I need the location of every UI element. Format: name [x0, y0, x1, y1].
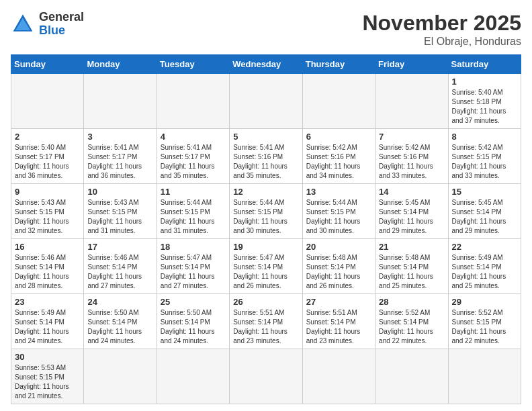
- day-number: 11: [161, 187, 226, 197]
- calendar-row-3: 9Sunrise: 5:43 AM Sunset: 5:15 PM Daylig…: [11, 184, 521, 239]
- weekday-header-thursday: Thursday: [302, 55, 375, 74]
- calendar-cell: 6Sunrise: 5:42 AM Sunset: 5:16 PM Daylig…: [302, 129, 375, 184]
- calendar-cell: [84, 349, 157, 404]
- day-number: 30: [15, 352, 80, 362]
- weekday-header-saturday: Saturday: [448, 55, 521, 74]
- day-info: Sunrise: 5:42 AM Sunset: 5:15 PM Dayligh…: [452, 143, 517, 181]
- day-info: Sunrise: 5:40 AM Sunset: 5:18 PM Dayligh…: [452, 88, 517, 126]
- day-number: 9: [15, 187, 80, 197]
- day-info: Sunrise: 5:46 AM Sunset: 5:14 PM Dayligh…: [87, 253, 152, 291]
- day-info: Sunrise: 5:41 AM Sunset: 5:16 PM Dayligh…: [233, 143, 298, 181]
- day-number: 15: [452, 187, 517, 197]
- logo-icon: [11, 12, 35, 36]
- calendar-cell: [375, 74, 448, 129]
- weekday-header-row: SundayMondayTuesdayWednesdayThursdayFrid…: [11, 55, 521, 74]
- day-info: Sunrise: 5:50 AM Sunset: 5:14 PM Dayligh…: [87, 308, 152, 346]
- calendar-row-5: 23Sunrise: 5:49 AM Sunset: 5:14 PM Dayli…: [11, 294, 521, 349]
- day-number: 19: [233, 242, 298, 252]
- day-info: Sunrise: 5:52 AM Sunset: 5:15 PM Dayligh…: [452, 308, 517, 346]
- calendar-cell: 26Sunrise: 5:51 AM Sunset: 5:14 PM Dayli…: [230, 294, 302, 349]
- day-number: 10: [87, 187, 152, 197]
- calendar-cell: [11, 74, 84, 129]
- day-number: 23: [15, 297, 80, 307]
- day-info: Sunrise: 5:41 AM Sunset: 5:17 PM Dayligh…: [87, 143, 152, 181]
- calendar-cell: 10Sunrise: 5:43 AM Sunset: 5:15 PM Dayli…: [84, 184, 157, 239]
- calendar-table: SundayMondayTuesdayWednesdayThursdayFrid…: [11, 54, 521, 404]
- day-number: 17: [87, 242, 152, 252]
- day-number: 3: [87, 132, 152, 142]
- calendar-cell: 23Sunrise: 5:49 AM Sunset: 5:14 PM Dayli…: [11, 294, 84, 349]
- calendar-cell: 19Sunrise: 5:47 AM Sunset: 5:14 PM Dayli…: [230, 239, 302, 294]
- day-number: 28: [379, 297, 444, 307]
- month-title: November 2025: [362, 11, 521, 36]
- day-info: Sunrise: 5:42 AM Sunset: 5:16 PM Dayligh…: [379, 143, 444, 181]
- calendar-cell: 2Sunrise: 5:40 AM Sunset: 5:17 PM Daylig…: [11, 129, 84, 184]
- day-info: Sunrise: 5:50 AM Sunset: 5:14 PM Dayligh…: [161, 308, 226, 346]
- day-number: 12: [233, 187, 298, 197]
- day-info: Sunrise: 5:52 AM Sunset: 5:14 PM Dayligh…: [379, 308, 444, 346]
- calendar-cell: 17Sunrise: 5:46 AM Sunset: 5:14 PM Dayli…: [84, 239, 157, 294]
- calendar-cell: [448, 349, 521, 404]
- day-number: 29: [452, 297, 517, 307]
- calendar-cell: 13Sunrise: 5:44 AM Sunset: 5:15 PM Dayli…: [302, 184, 375, 239]
- day-info: Sunrise: 5:46 AM Sunset: 5:14 PM Dayligh…: [15, 253, 80, 291]
- day-number: 1: [452, 77, 517, 87]
- day-number: 18: [161, 242, 226, 252]
- calendar-cell: 12Sunrise: 5:44 AM Sunset: 5:15 PM Dayli…: [230, 184, 302, 239]
- day-number: 25: [161, 297, 226, 307]
- logo-text: GeneralBlue: [39, 11, 84, 38]
- page-header: GeneralBlue November 2025 El Obraje, Hon…: [11, 11, 521, 48]
- day-info: Sunrise: 5:43 AM Sunset: 5:15 PM Dayligh…: [87, 198, 152, 236]
- day-info: Sunrise: 5:48 AM Sunset: 5:14 PM Dayligh…: [379, 253, 444, 291]
- day-number: 27: [306, 297, 371, 307]
- day-number: 22: [452, 242, 517, 252]
- calendar-cell: 18Sunrise: 5:47 AM Sunset: 5:14 PM Dayli…: [157, 239, 229, 294]
- day-info: Sunrise: 5:44 AM Sunset: 5:15 PM Dayligh…: [233, 198, 298, 236]
- location: El Obraje, Honduras: [362, 36, 521, 48]
- calendar-cell: 24Sunrise: 5:50 AM Sunset: 5:14 PM Dayli…: [84, 294, 157, 349]
- calendar-row-4: 16Sunrise: 5:46 AM Sunset: 5:14 PM Dayli…: [11, 239, 521, 294]
- day-info: Sunrise: 5:47 AM Sunset: 5:14 PM Dayligh…: [233, 253, 298, 291]
- weekday-header-sunday: Sunday: [11, 55, 84, 74]
- calendar-row-2: 2Sunrise: 5:40 AM Sunset: 5:17 PM Daylig…: [11, 129, 521, 184]
- calendar-cell: [375, 349, 448, 404]
- day-info: Sunrise: 5:53 AM Sunset: 5:15 PM Dayligh…: [15, 363, 80, 401]
- day-number: 20: [306, 242, 371, 252]
- day-info: Sunrise: 5:51 AM Sunset: 5:14 PM Dayligh…: [306, 308, 371, 346]
- calendar-cell: 27Sunrise: 5:51 AM Sunset: 5:14 PM Dayli…: [302, 294, 375, 349]
- calendar-cell: 29Sunrise: 5:52 AM Sunset: 5:15 PM Dayli…: [448, 294, 521, 349]
- logo: GeneralBlue: [11, 11, 84, 38]
- calendar-cell: [157, 74, 229, 129]
- day-info: Sunrise: 5:47 AM Sunset: 5:14 PM Dayligh…: [161, 253, 226, 291]
- calendar-cell: 15Sunrise: 5:45 AM Sunset: 5:14 PM Dayli…: [448, 184, 521, 239]
- day-info: Sunrise: 5:42 AM Sunset: 5:16 PM Dayligh…: [306, 143, 371, 181]
- day-info: Sunrise: 5:48 AM Sunset: 5:14 PM Dayligh…: [306, 253, 371, 291]
- calendar-row-6: 30Sunrise: 5:53 AM Sunset: 5:15 PM Dayli…: [11, 349, 521, 404]
- day-number: 7: [379, 132, 444, 142]
- calendar-cell: 1Sunrise: 5:40 AM Sunset: 5:18 PM Daylig…: [448, 74, 521, 129]
- day-info: Sunrise: 5:45 AM Sunset: 5:14 PM Dayligh…: [452, 198, 517, 236]
- calendar-row-1: 1Sunrise: 5:40 AM Sunset: 5:18 PM Daylig…: [11, 74, 521, 129]
- calendar-cell: 4Sunrise: 5:41 AM Sunset: 5:17 PM Daylig…: [157, 129, 229, 184]
- day-info: Sunrise: 5:44 AM Sunset: 5:15 PM Dayligh…: [306, 198, 371, 236]
- day-number: 6: [306, 132, 371, 142]
- day-info: Sunrise: 5:40 AM Sunset: 5:17 PM Dayligh…: [15, 143, 80, 181]
- calendar-cell: 5Sunrise: 5:41 AM Sunset: 5:16 PM Daylig…: [230, 129, 302, 184]
- title-block: November 2025 El Obraje, Honduras: [362, 11, 521, 48]
- calendar-cell: 14Sunrise: 5:45 AM Sunset: 5:14 PM Dayli…: [375, 184, 448, 239]
- day-info: Sunrise: 5:49 AM Sunset: 5:14 PM Dayligh…: [15, 308, 80, 346]
- calendar-cell: 7Sunrise: 5:42 AM Sunset: 5:16 PM Daylig…: [375, 129, 448, 184]
- calendar-cell: 21Sunrise: 5:48 AM Sunset: 5:14 PM Dayli…: [375, 239, 448, 294]
- weekday-header-friday: Friday: [375, 55, 448, 74]
- day-info: Sunrise: 5:51 AM Sunset: 5:14 PM Dayligh…: [233, 308, 298, 346]
- day-number: 26: [233, 297, 298, 307]
- calendar-cell: [230, 349, 302, 404]
- calendar-cell: [84, 74, 157, 129]
- day-info: Sunrise: 5:41 AM Sunset: 5:17 PM Dayligh…: [161, 143, 226, 181]
- calendar-cell: 22Sunrise: 5:49 AM Sunset: 5:14 PM Dayli…: [448, 239, 521, 294]
- day-number: 5: [233, 132, 298, 142]
- calendar-cell: [302, 349, 375, 404]
- calendar-cell: 30Sunrise: 5:53 AM Sunset: 5:15 PM Dayli…: [11, 349, 84, 404]
- day-info: Sunrise: 5:49 AM Sunset: 5:14 PM Dayligh…: [452, 253, 517, 291]
- day-info: Sunrise: 5:43 AM Sunset: 5:15 PM Dayligh…: [15, 198, 80, 236]
